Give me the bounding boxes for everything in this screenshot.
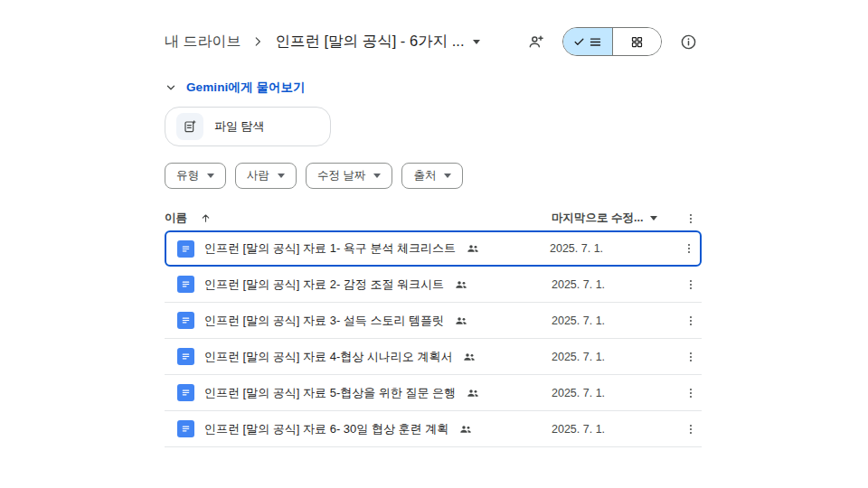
file-name: 인프런 [말의 공식] 자료 2- 감정 조절 워크시트 (204, 277, 444, 293)
drive-content: 내 드라이브 인프런 [말의 공식] - 6가지 ... (165, 25, 702, 447)
shared-people-icon (466, 241, 480, 256)
row-menu-cell (678, 346, 702, 368)
chip-label: 유형 (176, 168, 199, 183)
table-header: 이름 마지막으로 수정... (165, 206, 702, 230)
chevron-down-icon (278, 174, 285, 178)
more-vert-icon (683, 242, 695, 255)
file-explore-button[interactable]: 파일 탐색 (165, 107, 331, 146)
more-actions-button[interactable] (680, 418, 702, 440)
list-view-icon (589, 35, 602, 49)
sort-by-modified[interactable]: 마지막으로 수정... (552, 211, 678, 226)
modified-date: 2025. 7. 1. (552, 423, 678, 436)
grid-view-icon (630, 35, 644, 49)
modified-date: 2025. 7. 1. (552, 278, 678, 291)
folder-title: 인프런 [말의 공식] - 6가지 ... (275, 32, 464, 52)
file-name-cell: 인프런 [말의 공식] 자료 2- 감정 조절 워크시트 (165, 276, 552, 293)
file-name-cell: 인프런 [말의 공식] 자료 6- 30일 협상 훈련 계획 (165, 420, 552, 437)
chip-label: 사람 (247, 168, 269, 183)
google-docs-icon (177, 312, 194, 329)
breadcrumb-bar: 내 드라이브 인프런 [말의 공식] - 6가지 ... (165, 25, 702, 58)
chip-label: 출처 (413, 168, 436, 183)
more-actions-button[interactable] (680, 346, 702, 368)
table-row[interactable]: 인프런 [말의 공식] 자료 4-협상 시나리오 계획서 2025. 7. 1. (165, 339, 702, 375)
file-name: 인프런 [말의 공식] 자료 6- 30일 협상 훈련 계획 (204, 421, 448, 437)
modified-date: 2025. 7. 1. (550, 242, 676, 255)
column-options-button[interactable] (680, 208, 702, 230)
file-explore-iconbox (176, 113, 203, 140)
row-menu-cell (678, 274, 702, 296)
file-name-cell: 인프런 [말의 공식] 자료 4-협상 시나리오 계획서 (165, 348, 552, 365)
file-name-cell: 인프런 [말의 공식] 자료 1- 욕구 분석 체크리스트 (166, 240, 550, 258)
details-button[interactable] (675, 28, 702, 55)
row-menu-cell (678, 382, 702, 404)
file-name: 인프런 [말의 공식] 자료 4-협상 시나리오 계획서 (204, 349, 452, 365)
chevron-down-icon (444, 174, 451, 178)
info-icon (680, 33, 697, 51)
more-vert-icon (684, 423, 697, 436)
filter-chip-modified[interactable]: 수정 날짜 (306, 163, 392, 189)
modified-date: 2025. 7. 1. (552, 387, 678, 399)
breadcrumb-my-drive[interactable]: 내 드라이브 (165, 33, 241, 52)
ask-gemini-toggle[interactable]: Gemini에게 물어보기 (165, 80, 702, 96)
chip-label: 수정 날짜 (317, 168, 365, 183)
manage-members-button[interactable] (523, 28, 550, 55)
more-actions-button[interactable] (680, 274, 702, 296)
ask-gemini-label: Gemini에게 물어보기 (186, 80, 306, 96)
table-row[interactable]: 인프런 [말의 공식] 자료 2- 감정 조절 워크시트 2025. 7. 1. (165, 267, 702, 303)
sort-desc-caret-icon (650, 216, 657, 221)
breadcrumb-current-folder[interactable]: 인프런 [말의 공식] - 6가지 ... (275, 32, 480, 52)
row-menu-cell (678, 310, 702, 332)
name-header-label: 이름 (165, 211, 187, 226)
view-toggle (562, 27, 662, 56)
table-row[interactable]: 인프런 [말의 공식] 자료 1- 욕구 분석 체크리스트 2025. 7. 1… (165, 230, 702, 267)
file-name-cell: 인프런 [말의 공식] 자료 5-협상을 위한 질문 은행 (165, 384, 552, 401)
shared-people-icon (462, 350, 476, 364)
more-actions-button[interactable] (678, 238, 700, 259)
table-row[interactable]: 인프런 [말의 공식] 자료 5-협상을 위한 질문 은행 2025. 7. 1… (165, 375, 702, 411)
filter-chip-people[interactable]: 사람 (235, 163, 297, 189)
file-name: 인프런 [말의 공식] 자료 3- 설득 스토리 템플릿 (204, 313, 444, 329)
google-docs-icon (177, 420, 194, 437)
shared-people-icon (454, 277, 468, 292)
arrow-up-icon (200, 212, 212, 224)
grid-view-button[interactable] (612, 28, 661, 55)
toolbar-right (523, 27, 702, 56)
google-docs-icon (177, 240, 194, 258)
file-table: 이름 마지막으로 수정... 인프런 [말 (165, 206, 702, 447)
more-actions-button[interactable] (680, 310, 702, 332)
table-row[interactable]: 인프런 [말의 공식] 자료 3- 설득 스토리 템플릿 2025. 7. 1. (165, 303, 702, 339)
chevron-down-icon (165, 81, 177, 94)
filter-chip-source[interactable]: 출처 (401, 163, 463, 189)
modified-header-label: 마지막으로 수정... (552, 211, 643, 226)
document-sparkle-icon (183, 119, 197, 134)
row-menu-cell (678, 418, 702, 440)
more-vert-icon (684, 387, 697, 399)
file-name: 인프런 [말의 공식] 자료 1- 욕구 분석 체크리스트 (204, 240, 456, 257)
filter-chip-type[interactable]: 유형 (165, 163, 226, 189)
google-docs-icon (177, 348, 194, 365)
folder-menu-caret-icon (473, 40, 480, 44)
header-menu (678, 208, 702, 230)
more-vert-icon (684, 212, 697, 225)
row-menu-cell (676, 238, 700, 259)
shared-people-icon (466, 386, 480, 400)
more-vert-icon (684, 278, 697, 291)
chevron-down-icon (207, 174, 214, 178)
chevron-right-icon (251, 35, 264, 48)
google-docs-icon (177, 276, 194, 293)
file-explore-label: 파일 탐색 (214, 118, 265, 135)
modified-date: 2025. 7. 1. (552, 314, 678, 327)
person-add-icon (527, 33, 545, 51)
more-actions-button[interactable] (680, 382, 702, 404)
table-row[interactable]: 인프런 [말의 공식] 자료 6- 30일 협상 훈련 계획 2025. 7. … (165, 411, 702, 447)
google-docs-icon (177, 384, 194, 401)
check-icon (573, 36, 585, 48)
file-name-cell: 인프런 [말의 공식] 자료 3- 설득 스토리 템플릿 (165, 312, 552, 329)
sort-by-name[interactable]: 이름 (165, 211, 552, 226)
shared-people-icon (458, 422, 473, 436)
shared-people-icon (454, 314, 468, 328)
list-view-button[interactable] (563, 28, 612, 55)
more-vert-icon (684, 351, 697, 363)
modified-date: 2025. 7. 1. (552, 351, 678, 363)
more-vert-icon (684, 314, 697, 327)
